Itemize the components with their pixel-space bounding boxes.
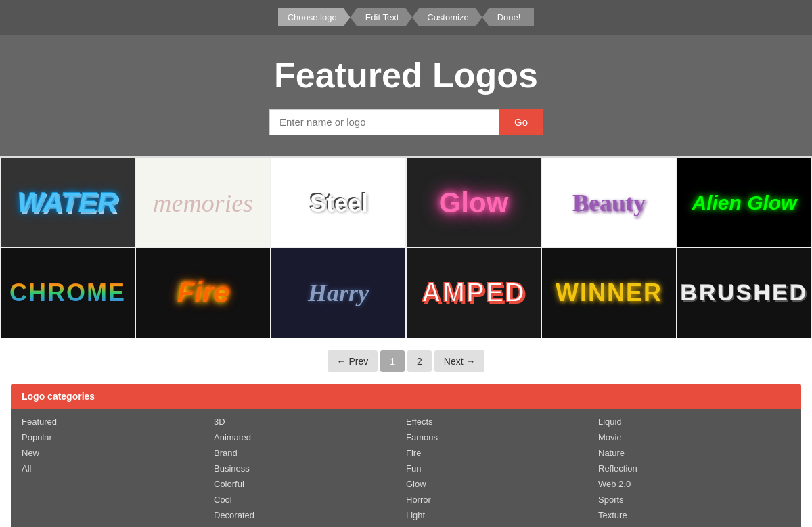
logo-grid: WATER memories Steel Glow Beauty Alien G… (0, 156, 812, 338)
logo-label-beauty: Beauty (572, 189, 646, 217)
wizard-bar: Choose logo Edit Text Customize Done! (0, 0, 812, 35)
categories-title: Logo categories (22, 391, 95, 402)
pagination: ← Prev 1 2 Next → (0, 338, 812, 384)
logo-item-chrome[interactable]: CHROME (0, 248, 135, 338)
next-button[interactable]: Next → (434, 350, 485, 372)
categories-body: Featured Popular New All 3D Animated Bra… (11, 409, 801, 527)
logo-label-amped: AMPED (422, 277, 526, 308)
logo-label-water: WATER (18, 187, 118, 219)
category-glow[interactable]: Glow (406, 478, 598, 490)
wizard-step-edit[interactable]: Edit Text (351, 8, 413, 26)
logo-label-harry: Harry (308, 279, 369, 307)
logo-item-beauty[interactable]: Beauty (541, 158, 677, 248)
logo-item-winner[interactable]: WINNER (541, 248, 677, 338)
logo-label-brushed: BRUSHED (680, 279, 808, 306)
logo-label-chrome: CHROME (9, 279, 126, 307)
category-new[interactable]: New (22, 446, 214, 459)
logo-label-winner: WINNER (556, 279, 662, 307)
category-col-3: Liquid Movie Nature Reflection Web 2.0 S… (598, 415, 790, 527)
logo-item-harry[interactable]: Harry (271, 248, 406, 338)
category-col-0: Featured Popular New All (22, 415, 214, 527)
category-horror[interactable]: Horror (406, 493, 598, 506)
category-texture[interactable]: Texture (598, 509, 790, 522)
category-reflection[interactable]: Reflection (598, 462, 790, 475)
category-other[interactable]: Other (598, 524, 790, 527)
logo-label-steel: Steel (309, 189, 367, 217)
category-featured[interactable]: Featured (22, 415, 214, 428)
category-sports[interactable]: Sports (598, 493, 790, 506)
category-col-1: 3D Animated Brand Business Colorful Cool… (214, 415, 406, 527)
category-all[interactable]: All (22, 462, 214, 475)
logo-item-memories[interactable]: memories (135, 158, 271, 248)
category-business[interactable]: Business (214, 462, 406, 475)
category-light[interactable]: Light (406, 509, 598, 522)
wizard-step-customize[interactable]: Customize (412, 8, 482, 26)
category-decorated[interactable]: Decorated (214, 509, 406, 522)
page-2-button[interactable]: 2 (407, 350, 432, 372)
category-popular[interactable]: Popular (22, 431, 214, 444)
logo-label-alien: Alien Glow (692, 191, 796, 214)
page-1-button[interactable]: 1 (380, 350, 405, 372)
category-animated[interactable]: Animated (214, 431, 406, 444)
category-web20[interactable]: Web 2.0 (598, 478, 790, 490)
wizard-step-choose[interactable]: Choose logo (278, 8, 351, 26)
logo-item-brushed[interactable]: BRUSHED (677, 248, 812, 338)
prev-button[interactable]: ← Prev (328, 350, 378, 372)
page-title: Featured Logos (14, 55, 798, 95)
category-movie[interactable]: Movie (598, 431, 790, 444)
logo-label-glow: Glow (439, 187, 509, 219)
category-fire[interactable]: Fire (406, 446, 598, 459)
category-colorful[interactable]: Colorful (214, 478, 406, 490)
hero-section: Featured Logos Go (0, 35, 812, 156)
category-col-2: Effects Famous Fire Fun Glow Horror Ligh… (406, 415, 598, 527)
logo-label-fire: Fire (177, 277, 229, 309)
category-famous[interactable]: Famous (406, 431, 598, 444)
logo-item-fire[interactable]: Fire (135, 248, 271, 338)
category-liquid[interactable]: Liquid (598, 415, 790, 428)
logo-item-steel[interactable]: Steel (271, 158, 406, 248)
categories-section: Logo categories Featured Popular New All… (11, 384, 801, 527)
search-input[interactable] (269, 109, 499, 135)
category-cool[interactable]: Cool (214, 493, 406, 506)
logo-item-water[interactable]: WATER (0, 158, 135, 248)
wizard-step-done[interactable]: Done! (482, 8, 535, 26)
category-effects[interactable]: Effects (406, 415, 598, 428)
logo-item-amped[interactable]: AMPED (406, 248, 541, 338)
categories-header: Logo categories (11, 384, 801, 409)
logo-item-alien-glow[interactable]: Alien Glow (677, 158, 812, 248)
category-nature[interactable]: Nature (598, 446, 790, 459)
category-3d[interactable]: 3D (214, 415, 406, 428)
category-fun[interactable]: Fun (406, 462, 598, 475)
category-brand[interactable]: Brand (214, 446, 406, 459)
search-button[interactable]: Go (499, 109, 543, 135)
search-bar: Go (14, 109, 798, 135)
logo-label-memories: memories (153, 188, 253, 218)
logo-item-glow[interactable]: Glow (406, 158, 541, 248)
